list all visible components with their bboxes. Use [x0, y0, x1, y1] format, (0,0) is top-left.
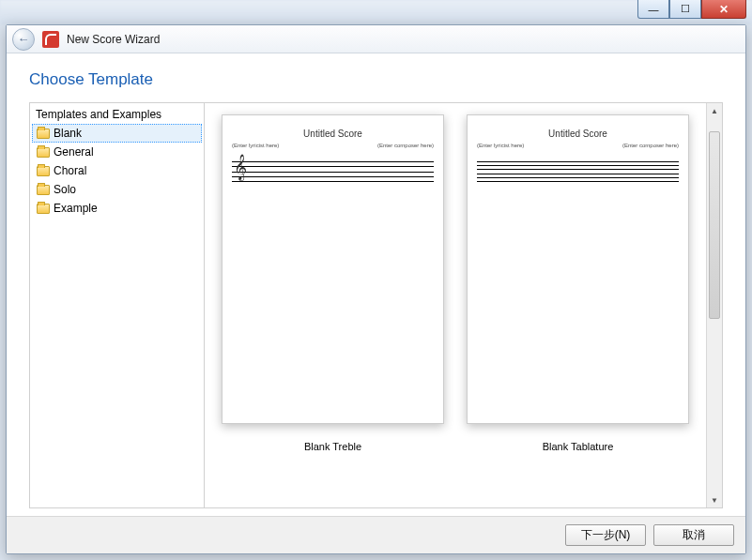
template-grid: Untitled Score(Enter lyricist here)(Ente…	[205, 103, 706, 507]
folder-icon	[37, 185, 50, 195]
scroll-thumb[interactable]	[709, 131, 720, 319]
wizard-header: ← New Score Wizard	[7, 25, 745, 53]
template-tree: Templates and Examples BlankGeneralChora…	[30, 103, 205, 507]
preview-lyricist: (Enter lyricist here)	[232, 143, 279, 148]
wizard-body: Choose Template Templates and Examples B…	[7, 53, 745, 516]
tree-item-example[interactable]: Example	[32, 199, 202, 218]
tree-item-label: Blank	[54, 127, 82, 140]
wizard-footer: 下一步(N) 取消	[7, 516, 745, 553]
tree-item-general[interactable]: General	[32, 143, 202, 161]
minimize-button[interactable]: —	[637, 0, 669, 19]
folder-icon	[37, 147, 50, 158]
template-preview: Untitled Score(Enter lyricist here)(Ente…	[222, 114, 444, 424]
next-button[interactable]: 下一步(N)	[565, 524, 646, 546]
close-button[interactable]: ✕	[701, 0, 746, 19]
treble-staff: 𝄞	[232, 161, 434, 182]
folder-icon	[37, 129, 50, 139]
tree-item-label: Solo	[54, 183, 76, 196]
template-area: Untitled Score(Enter lyricist here)(Ente…	[205, 103, 722, 507]
tree-item-label: General	[54, 145, 94, 159]
scroll-down-icon[interactable]: ▼	[707, 492, 722, 507]
preview-composer: (Enter composer here)	[622, 143, 679, 148]
preview-credits: (Enter lyricist here)(Enter composer her…	[477, 143, 679, 148]
back-button[interactable]: ←	[12, 28, 35, 51]
template-preview: Untitled Score(Enter lyricist here)(Ente…	[467, 114, 689, 424]
window-title: New Score Wizard	[67, 33, 160, 46]
tree-item-choral[interactable]: Choral	[32, 161, 202, 180]
wizard-window: ← New Score Wizard Choose Template Templ…	[6, 24, 746, 554]
folder-icon	[37, 166, 50, 176]
content-row: Templates and Examples BlankGeneralChora…	[29, 102, 723, 508]
app-icon	[42, 31, 59, 48]
template-scrollbar[interactable]: ▲ ▼	[706, 103, 722, 507]
cancel-button[interactable]: 取消	[653, 524, 734, 546]
maximize-button[interactable]: ☐	[669, 0, 701, 19]
window-controls: — ☐ ✕	[637, 0, 746, 19]
template-card[interactable]: Untitled Score(Enter lyricist here)(Ente…	[467, 114, 689, 496]
arrow-left-icon: ←	[18, 32, 30, 46]
preview-lyricist: (Enter lyricist here)	[477, 143, 524, 148]
folder-icon	[37, 204, 50, 214]
tree-item-label: Example	[54, 202, 98, 215]
template-label: Blank Treble	[304, 441, 361, 452]
preview-credits: (Enter lyricist here)(Enter composer her…	[232, 143, 434, 148]
preview-title: Untitled Score	[477, 129, 679, 139]
page-title: Choose Template	[29, 70, 723, 89]
close-icon: ✕	[719, 3, 729, 16]
tree-item-blank[interactable]: Blank	[32, 124, 202, 143]
minimize-icon: —	[649, 4, 659, 15]
tree-item-label: Choral	[54, 164, 86, 177]
tree-header: Templates and Examples	[32, 105, 202, 124]
maximize-icon: ☐	[681, 3, 690, 15]
template-card[interactable]: Untitled Score(Enter lyricist here)(Ente…	[222, 114, 444, 496]
preview-title: Untitled Score	[232, 129, 434, 139]
tree-item-solo[interactable]: Solo	[32, 180, 202, 199]
preview-composer: (Enter composer here)	[377, 143, 434, 148]
template-label: Blank Tablature	[543, 441, 614, 452]
scroll-up-icon[interactable]: ▲	[707, 103, 722, 118]
treble-clef-icon: 𝄞	[234, 156, 247, 178]
tablature-staff	[477, 161, 679, 182]
